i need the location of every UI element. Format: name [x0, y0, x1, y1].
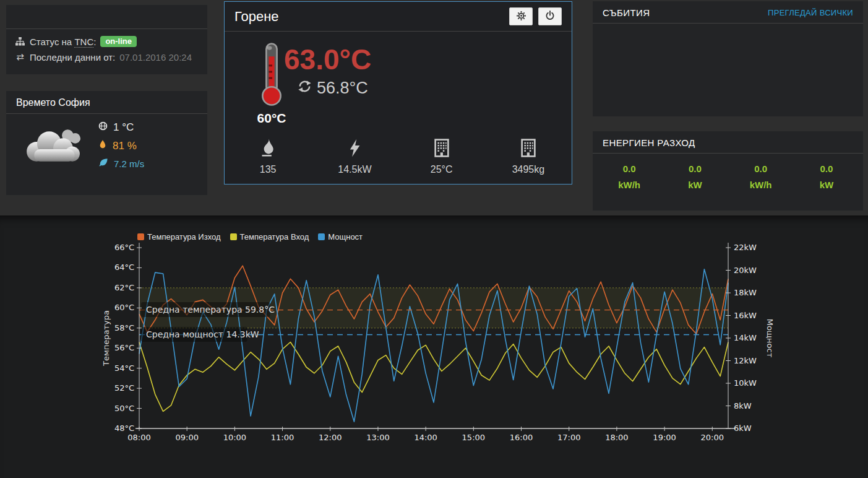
bolt-icon [346, 138, 363, 160]
legend-swatch [230, 233, 237, 240]
energy-panel-header: ЕНЕРГИЕН РАЗХОД [593, 131, 863, 154]
y-right-axis-title: Мощност [765, 319, 775, 358]
y-right-tick-label: 12kW [734, 356, 757, 365]
status-panel-header [6, 5, 207, 29]
energy-item-4: 0.0 kW [794, 163, 859, 190]
chart-legend: Температура ИзходТемпература ВходМощност [137, 232, 363, 241]
stat-fuel: 3495kg [485, 138, 572, 175]
return-temperature-row: 56.8°C [298, 79, 371, 98]
tnc-status-row: Статус на TNC: on-line [15, 36, 199, 47]
legend-item[interactable]: Температура Изход [137, 232, 221, 241]
power-button[interactable] [538, 7, 562, 25]
stat-power: 14.5kW [311, 138, 398, 175]
power-icon [545, 11, 555, 22]
weather-temperature-row: 1 °C [98, 121, 144, 134]
x-tick-label: 15:00 [462, 433, 485, 442]
weather-panel-body: 1 °C 81 % 7.2 m/s [6, 114, 207, 175]
chart-section: Средна температура 59.8°CСредна мощност … [0, 215, 868, 478]
burning-panel-title: Горене [234, 9, 279, 25]
weather-temperature: 1 °C [113, 121, 134, 134]
legend-label: Температура Изход [147, 232, 221, 241]
y-left-tick-label: 66°C [114, 243, 134, 252]
y-left-tick-label: 64°C [114, 263, 134, 272]
burning-panel-header: Горене [225, 2, 572, 32]
x-tick-label: 14:00 [414, 433, 437, 442]
avg-line-label: Средна мощност 14.3kW [146, 329, 259, 339]
tnc-status-badge: on-line [100, 36, 137, 47]
thermometer-icon [256, 98, 288, 109]
tnc-colon: : [93, 37, 96, 47]
y-right-tick-label: 10kW [734, 378, 757, 388]
y-right-tick-label: 14kW [734, 333, 757, 342]
stat-temperature-value: 25°C [431, 164, 453, 175]
cloud-icon [9, 123, 98, 168]
x-tick-label: 11:00 [271, 433, 294, 442]
burning-panel: Горене [224, 1, 572, 185]
y-left-tick-label: 60°C [114, 303, 134, 312]
burning-stats-row: 135 14.5kW [225, 138, 572, 175]
legend-item[interactable]: Температура Вход [230, 232, 309, 241]
energy-unit: kW/h [596, 180, 662, 190]
y-left-tick-label: 50°C [114, 404, 134, 413]
x-tick-label: 09:00 [175, 433, 198, 442]
last-data-label: Последни данни от: [30, 52, 115, 63]
y-right-tick-label: 16kW [734, 311, 757, 320]
main-temperature: 63.0°C [284, 45, 371, 74]
legend-item[interactable]: Мощност [318, 232, 363, 241]
chart-svg: Средна температура 59.8°CСредна мощност … [0, 215, 868, 478]
view-all-events-link[interactable]: ПРЕГЛЕДАЙ ВСИЧКИ [768, 8, 853, 17]
y-left-tick-label: 56°C [114, 343, 134, 352]
weather-humidity: 81 % [113, 140, 137, 152]
status-panel: Статус на TNC: on-line ⇄ Последни данни … [6, 5, 207, 74]
energy-value: 0.0 [728, 163, 794, 174]
y-left-axis-title: Температура [101, 310, 111, 367]
weather-wind-row: 7.2 m/s [98, 158, 144, 169]
energy-value: 0.0 [662, 163, 728, 174]
stat-flame: 135 [225, 138, 311, 175]
droplet-icon [98, 139, 107, 152]
building-icon [433, 138, 450, 160]
stat-flame-value: 135 [260, 164, 277, 175]
events-panel-header: СЪБИТИЯ ПРЕГЛЕДАЙ ВСИЧКИ [593, 1, 863, 24]
legend-swatch [137, 233, 144, 240]
energy-unit: kW/h [728, 180, 794, 190]
y-left-tick-label: 52°C [114, 383, 134, 393]
x-tick-label: 10:00 [223, 433, 246, 442]
energy-unit: kW [794, 180, 859, 190]
weather-panel-header: Времето София [6, 91, 207, 114]
legend-label: Температура Вход [240, 232, 309, 241]
energy-value: 0.0 [794, 163, 859, 174]
leaf-icon [98, 158, 108, 169]
burning-panel-body: 60°C 63.0°C 56.8°C [225, 32, 572, 184]
weather-wind: 7.2 m/s [114, 159, 144, 169]
weather-humidity-row: 81 % [98, 139, 144, 152]
flame-icon [259, 138, 277, 160]
set-temperature: 60°C [242, 111, 301, 126]
energy-panel-title: ЕНЕРГИЕН РАЗХОД [603, 137, 695, 148]
settings-button[interactable] [509, 7, 533, 25]
stat-fuel-value: 3495kg [512, 164, 545, 175]
globe-icon [98, 121, 108, 134]
last-data-row: ⇄ Последни данни от: 07.01.2016 20:24 [15, 51, 199, 63]
y-right-tick-label: 20kW [734, 266, 757, 275]
legend-swatch [318, 233, 325, 240]
x-tick-label: 17:00 [557, 433, 580, 442]
avg-line-label: Средна температура 59.8°C [146, 305, 275, 315]
tnc-label-prefix: Статус на [30, 37, 72, 47]
x-tick-label: 08:00 [127, 433, 150, 442]
refresh-icon [298, 79, 312, 98]
y-left-tick-label: 62°C [114, 283, 134, 292]
dashboard: Статус на TNC: on-line ⇄ Последни данни … [0, 0, 868, 478]
status-panel-body: Статус на TNC: on-line ⇄ Последни данни … [6, 29, 207, 74]
stat-power-value: 14.5kW [338, 164, 371, 175]
weather-panel: Времето София [6, 91, 207, 195]
y-left-tick-label: 54°C [114, 363, 134, 373]
gear-icon [516, 11, 526, 23]
last-data-value: 07.01.2016 20:24 [119, 52, 192, 63]
x-tick-label: 20:00 [701, 433, 724, 442]
events-panel-title: СЪБИТИЯ [603, 7, 650, 18]
exchange-icon: ⇄ [15, 51, 25, 63]
x-tick-label: 19:00 [653, 433, 676, 442]
temperature-block: 63.0°C 56.8°C [284, 45, 371, 98]
legend-label: Мощност [328, 232, 363, 241]
